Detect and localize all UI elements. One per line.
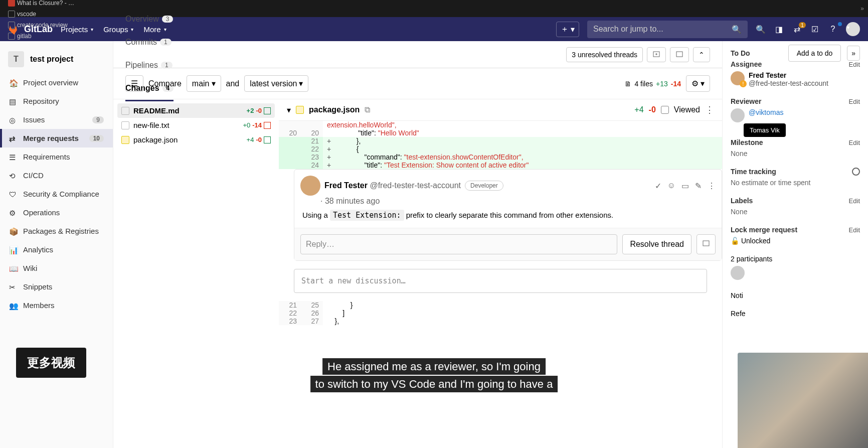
resolve-new-icon[interactable] bbox=[697, 234, 716, 254]
lock-edit[interactable]: Edit bbox=[849, 226, 860, 234]
mr-icon[interactable]: ⇄1 bbox=[792, 24, 802, 34]
diff-line[interactable]: 22 26 ] bbox=[279, 309, 722, 317]
collapse-icon[interactable]: ⌃ bbox=[693, 47, 710, 62]
milestone-edit[interactable]: Edit bbox=[849, 139, 860, 146]
edit-icon[interactable]: ✎ bbox=[695, 181, 702, 191]
line-num-new: 21 bbox=[301, 137, 323, 145]
settings-dropdown[interactable]: ⚙ ▾ bbox=[686, 75, 710, 92]
sidebar-item-packages-registries[interactable]: 📦 Packages & Registries bbox=[0, 222, 113, 240]
copy-path-icon[interactable]: ⧉ bbox=[365, 105, 370, 114]
file-menu-icon[interactable]: ⋮ bbox=[705, 104, 714, 115]
sidebar-item-project-overview[interactable]: 🏠 Project overview bbox=[0, 73, 113, 92]
reviewer-edit[interactable]: Edit bbox=[849, 98, 860, 105]
comment-body: Using a Test Extension: prefix to clearl… bbox=[294, 211, 722, 228]
search-icon-nav[interactable]: 🔍 bbox=[756, 24, 766, 34]
diff-line[interactable]: 24 + "title": "Test Extension: Show cont… bbox=[279, 161, 722, 169]
menu-projects[interactable]: Projects bbox=[61, 25, 93, 34]
assignee-avatar[interactable]: ! bbox=[731, 71, 745, 85]
tab-overview[interactable]: Overview 3 bbox=[125, 8, 173, 31]
unresolved-threads[interactable]: 3 unresolved threads bbox=[566, 47, 643, 62]
diff-line[interactable]: 23 27 }, bbox=[279, 317, 722, 325]
diff-line[interactable]: 21 + }, bbox=[279, 137, 722, 145]
sidebar-item-wiki[interactable]: 📖 Wiki bbox=[0, 259, 113, 277]
more-videos-overlay[interactable]: 更多视频 bbox=[16, 348, 86, 378]
check-circle-icon[interactable]: ✓ bbox=[655, 181, 661, 191]
thread-new-icon[interactable] bbox=[647, 47, 666, 62]
tabs-overflow-icon[interactable]: » bbox=[860, 5, 864, 12]
viewed-checkbox[interactable] bbox=[661, 106, 669, 114]
gitlab-logo[interactable]: GitLab bbox=[8, 23, 53, 35]
emoji-icon[interactable]: ☺ bbox=[667, 181, 675, 191]
sidebar-item-operations[interactable]: ⚙ Operations bbox=[0, 203, 113, 222]
sidebar-item-snippets[interactable]: ✂ Snippets bbox=[0, 277, 113, 296]
user-avatar[interactable] bbox=[846, 22, 860, 36]
sidebar-icon: 📖 bbox=[9, 264, 17, 272]
sidebar-item-analytics[interactable]: 📊 Analytics bbox=[0, 240, 113, 259]
browser-tab[interactable]: What is Closure? - … bbox=[4, 0, 81, 9]
assignee-edit[interactable]: Edit bbox=[849, 61, 860, 68]
commenter-avatar[interactable] bbox=[300, 176, 320, 196]
tree-toggle-icon[interactable]: ☰ bbox=[125, 75, 143, 92]
time-info-icon[interactable] bbox=[852, 168, 860, 176]
reviewer-handle[interactable]: @viktomas bbox=[749, 108, 783, 116]
tab-commits[interactable]: Commits 1 bbox=[125, 31, 173, 54]
help-icon[interactable]: ? bbox=[828, 24, 838, 34]
thread-jump-icon[interactable] bbox=[670, 47, 689, 62]
line-num-new: 25 bbox=[301, 301, 323, 309]
sidebar-item-repository[interactable]: ▤ Repository bbox=[0, 92, 113, 110]
diff-line[interactable]: 21 25 } bbox=[279, 301, 722, 309]
target-version-dropdown[interactable]: latest version ▾ bbox=[244, 75, 308, 92]
line-content: + }, bbox=[323, 137, 722, 145]
new-discussion-input[interactable]: Start a new discussion… bbox=[294, 269, 707, 293]
time-value: No estimate or time spent bbox=[731, 179, 860, 187]
participant-avatar[interactable] bbox=[731, 266, 745, 280]
sidebar-item-security-compliance[interactable]: 🛡 Security & Compliance bbox=[0, 185, 113, 203]
search-placeholder: Search or jump to... bbox=[593, 25, 663, 34]
file-item[interactable]: new-file.txt +0 -14 bbox=[117, 118, 275, 132]
todo-icon[interactable]: ☑ bbox=[810, 24, 820, 34]
global-search[interactable]: Search or jump to... 🔍 bbox=[587, 21, 748, 38]
diff-line[interactable]: 23 + "command": "test-extension.showCont… bbox=[279, 153, 722, 161]
base-branch-dropdown[interactable]: main ▾ bbox=[187, 75, 221, 92]
chevron-down-icon[interactable]: ▾ bbox=[287, 105, 291, 115]
labels-edit[interactable]: Edit bbox=[849, 197, 860, 205]
sidebar-item-ci-cd[interactable]: ⟲ CI/CD bbox=[0, 166, 113, 185]
tab-count: 1 bbox=[160, 39, 171, 46]
sidebar-icon: ◎ bbox=[9, 116, 17, 124]
project-header[interactable]: T test project bbox=[0, 45, 113, 73]
diff-line[interactable]: extension.helloWorld", bbox=[279, 121, 722, 129]
expand-sidebar-icon[interactable]: » bbox=[847, 46, 860, 61]
tab-label: Overview bbox=[125, 15, 159, 24]
add-todo-button[interactable]: Add a to do bbox=[788, 45, 841, 62]
sidebar-icon: ✂ bbox=[9, 283, 17, 291]
file-item[interactable]: README.md +2 -0 bbox=[117, 103, 275, 118]
sidebar-item-requirements[interactable]: ☰ Requirements bbox=[0, 147, 113, 166]
assignee-name: Fred Tester bbox=[749, 71, 828, 79]
diff-header: ▾ package.json ⧉ +4 -0 Viewed ⋮ bbox=[279, 99, 722, 121]
reply-input[interactable]: Reply… bbox=[300, 234, 617, 254]
issues-icon[interactable]: ◨ bbox=[774, 24, 784, 34]
deletions: -14 bbox=[671, 80, 681, 88]
sidebar-item-members[interactable]: 👥 Members bbox=[0, 296, 113, 315]
file-additions: +0 bbox=[243, 121, 250, 129]
line-content: ] bbox=[323, 309, 722, 317]
diff-line[interactable]: 20 20 "title": "Hello World" bbox=[279, 129, 722, 137]
more-icon[interactable]: ⋮ bbox=[708, 181, 716, 191]
sidebar-label: Operations bbox=[23, 208, 60, 217]
file-icon bbox=[121, 107, 129, 115]
browser-tab[interactable]: vscode bbox=[4, 9, 81, 20]
file-item[interactable]: package.json +4 -0 bbox=[117, 132, 275, 147]
time-label: Time tracking bbox=[731, 168, 776, 176]
sidebar-item-issues[interactable]: ◎ Issues 9 bbox=[0, 110, 113, 129]
commenter-name[interactable]: Fred Tester bbox=[324, 181, 368, 190]
tab-count: 1 bbox=[161, 62, 172, 69]
sidebar-item-merge-requests[interactable]: ⇄ Merge requests 10 bbox=[0, 129, 113, 147]
diff-line[interactable]: 22 + { bbox=[279, 145, 722, 153]
thread-icon[interactable]: ▭ bbox=[681, 181, 689, 191]
resolve-thread-button[interactable]: Resolve thread bbox=[622, 234, 691, 254]
diff-indicator-icon bbox=[264, 122, 271, 129]
sidebar-count: 9 bbox=[92, 116, 104, 123]
reviewer-avatar[interactable] bbox=[731, 108, 745, 122]
warning-icon: ! bbox=[740, 80, 747, 87]
new-dropdown[interactable]: ＋▾ bbox=[556, 22, 579, 37]
